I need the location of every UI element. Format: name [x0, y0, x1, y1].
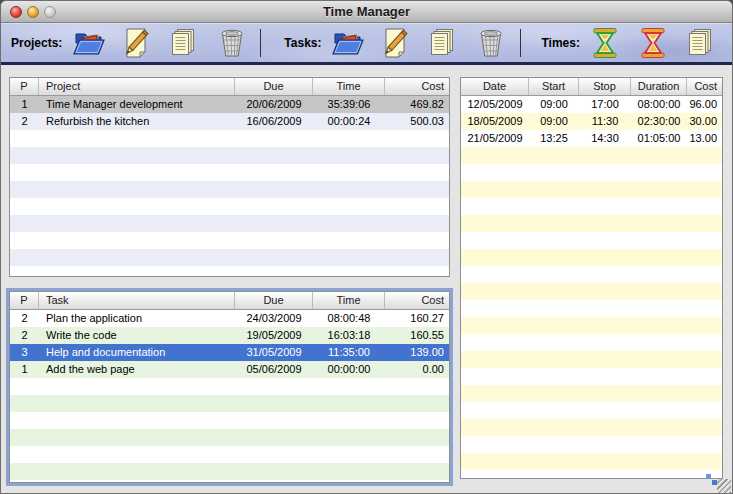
times-panel: DateStartStopDurationCost12/05/200909:00…	[460, 77, 723, 479]
projects-delete-button[interactable]	[214, 25, 251, 61]
tasks-edit-button[interactable]	[378, 25, 415, 61]
hourglass-stop-icon	[637, 27, 671, 59]
table-cell: 08:00:00	[631, 96, 687, 113]
tasks-copy-button[interactable]	[426, 25, 463, 61]
window-title: Time Manager	[1, 4, 732, 19]
toolbar: Projects: Tasks:	[1, 23, 732, 65]
table-cell: Help and documentation	[39, 344, 235, 361]
table-cell: 2	[10, 113, 39, 130]
column-header-time[interactable]: Time	[313, 292, 385, 309]
table-cell: 13.00	[687, 130, 722, 147]
table-cell: 11:35:00	[313, 344, 385, 361]
column-header-date[interactable]: Date	[461, 78, 529, 95]
minimize-button[interactable]	[27, 6, 39, 18]
table-header: DateStartStopDurationCost	[461, 78, 722, 96]
toolbar-separator	[260, 29, 261, 57]
column-header-duration[interactable]: Duration	[631, 78, 687, 95]
resize-grip[interactable]	[717, 479, 731, 493]
tasks-delete-button[interactable]	[474, 25, 511, 61]
table-cell: 02:30:00	[631, 113, 687, 130]
table-cell: 139.00	[385, 344, 449, 361]
column-header-cost[interactable]: Cost	[687, 78, 722, 95]
tasks-panel: PTaskDueTimeCost2Plan the application24/…	[9, 291, 450, 483]
table-cell: 160.27	[385, 310, 449, 327]
column-header-due[interactable]: Due	[235, 78, 313, 95]
table-cell: 00:00:24	[313, 113, 385, 130]
toolbar-group-projects: Projects:	[11, 25, 251, 61]
table-cell: Time Manager development	[39, 96, 235, 113]
column-header-stop[interactable]: Stop	[579, 78, 631, 95]
toolbar-buttons-times	[588, 25, 733, 61]
pages-icon	[427, 27, 461, 59]
table-body: 1Time Manager development20/06/200935:39…	[10, 96, 449, 276]
table-row[interactable]: 2Write the code19/05/200916:03:18160.55	[10, 327, 449, 344]
table-cell: 18/05/2009	[461, 113, 529, 130]
table-cell: 1	[10, 96, 39, 113]
column-header-p[interactable]: P	[10, 292, 39, 309]
times-copy-button[interactable]	[684, 25, 721, 61]
table-cell: 13:25	[529, 130, 579, 147]
column-header-task[interactable]: Task	[39, 292, 235, 309]
table-cell: 05/06/2009	[235, 361, 313, 378]
table-cell: 2	[10, 327, 39, 344]
toolbar-buttons-projects	[70, 25, 251, 61]
projects-edit-button[interactable]	[118, 25, 155, 61]
panel-resize-dot	[706, 474, 711, 479]
titlebar[interactable]: Time Manager	[1, 1, 732, 23]
table-cell: 08:00:48	[313, 310, 385, 327]
column-header-due[interactable]: Due	[235, 292, 313, 309]
table-cell: 21/05/2009	[461, 130, 529, 147]
projects-copy-button[interactable]	[166, 25, 203, 61]
table-cell: 14:30	[579, 130, 631, 147]
table-cell: 0.00	[385, 361, 449, 378]
pages-icon	[168, 27, 202, 59]
projects-open-button[interactable]	[70, 25, 107, 61]
table-cell: Add the web page	[39, 361, 235, 378]
table-cell: 160.55	[385, 327, 449, 344]
table-cell: 500.03	[385, 113, 449, 130]
table-cell: Write the code	[39, 327, 235, 344]
zoom-button[interactable]	[44, 6, 56, 18]
table-cell: 19/05/2009	[235, 327, 313, 344]
table-cell: 30.00	[687, 113, 722, 130]
toolbar-label-projects: Projects:	[11, 36, 62, 50]
table-row[interactable]: 21/05/200913:2514:3001:05:0013.00	[461, 130, 722, 147]
pencil-icon	[120, 27, 154, 59]
trash-icon	[475, 27, 509, 59]
table-cell: 01:05:00	[631, 130, 687, 147]
table-row[interactable]: 1Time Manager development20/06/200935:39…	[10, 96, 449, 113]
toolbar-group-tasks: Tasks:	[284, 25, 510, 61]
table-cell: 96.00	[687, 96, 722, 113]
tasks-open-button[interactable]	[330, 25, 367, 61]
projects-panel: PProjectDueTimeCost1Time Manager develop…	[9, 77, 450, 277]
table-row[interactable]: 3Help and documentation31/05/200911:35:0…	[10, 344, 449, 361]
table-cell: Refurbish the kitchen	[39, 113, 235, 130]
table-cell: 35:39:06	[313, 96, 385, 113]
column-header-project[interactable]: Project	[39, 78, 235, 95]
table-row[interactable]: 1Add the web page05/06/200900:00:000.00	[10, 361, 449, 378]
column-header-cost[interactable]: Cost	[385, 292, 449, 309]
times-start-button[interactable]	[588, 25, 625, 61]
column-header-p[interactable]: P	[10, 78, 39, 95]
close-button[interactable]	[10, 6, 22, 18]
table-row[interactable]: 2Refurbish the kitchen16/06/200900:00:24…	[10, 113, 449, 130]
table-row[interactable]: 12/05/200909:0017:0008:00:0096.00	[461, 96, 722, 113]
table-cell: 2	[10, 310, 39, 327]
toolbar-group-times: Times:	[542, 25, 733, 61]
table-cell: 17:00	[579, 96, 631, 113]
column-header-start[interactable]: Start	[529, 78, 579, 95]
table-cell: 09:00	[529, 96, 579, 113]
times-stop-button[interactable]	[636, 25, 673, 61]
table-cell: 11:30	[579, 113, 631, 130]
table-header: PTaskDueTimeCost	[10, 292, 449, 310]
column-header-cost[interactable]: Cost	[385, 78, 449, 95]
table-row[interactable]: 2Plan the application24/03/200908:00:481…	[10, 310, 449, 327]
table-cell: 16/06/2009	[235, 113, 313, 130]
table-body: 12/05/200909:0017:0008:00:0096.0018/05/2…	[461, 96, 722, 478]
table-cell: Plan the application	[39, 310, 235, 327]
table-cell: 20/06/2009	[235, 96, 313, 113]
folder-open-icon	[72, 27, 106, 59]
column-header-time[interactable]: Time	[313, 78, 385, 95]
table-cell: 16:03:18	[313, 327, 385, 344]
table-row[interactable]: 18/05/200909:0011:3002:30:0030.00	[461, 113, 722, 130]
